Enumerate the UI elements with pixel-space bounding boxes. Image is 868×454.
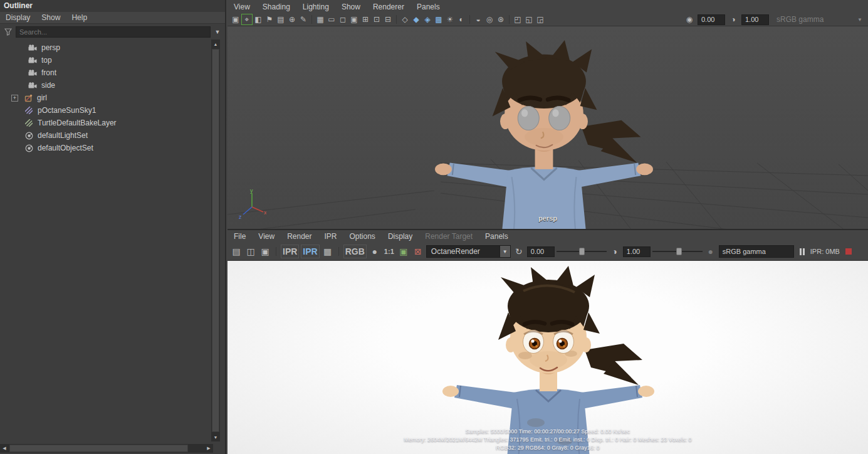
render-canvas[interactable]: Samples: 5000/5000 Time: 00:00:27/00:00:… — [227, 261, 868, 454]
grid-icon[interactable]: ▦ — [315, 14, 326, 25]
textured-icon[interactable]: ◈ — [422, 14, 433, 25]
outliner-item-persp[interactable]: persp — [0, 41, 211, 54]
menu-help[interactable]: Help — [66, 13, 93, 22]
image-plane-icon[interactable]: ▤ — [275, 14, 286, 25]
viewport-3d[interactable]: y x z persp — [227, 26, 868, 230]
ipr-memory-label: IPR: 0MB — [810, 248, 840, 255]
grease-pencil-icon[interactable]: ✎ — [298, 14, 309, 25]
pause-icon[interactable] — [796, 245, 808, 258]
ipr-refresh-icon[interactable]: IPR — [301, 245, 319, 258]
bookmark-icon[interactable]: ⚑ — [264, 14, 275, 25]
lights-icon[interactable]: ☀ — [444, 14, 456, 25]
outliner-horizontal-scrollbar[interactable]: ◀ ▶ — [0, 444, 213, 453]
render-icon[interactable]: ▤ — [230, 245, 243, 258]
menu-show[interactable]: Show — [335, 3, 367, 11]
multisample-icon[interactable]: ⊛ — [495, 14, 506, 25]
outliner-item-front[interactable]: front — [0, 66, 211, 79]
safe-title-icon[interactable]: ⊟ — [382, 14, 394, 25]
alpha-channel-icon[interactable]: ● — [369, 245, 381, 258]
menu-options[interactable]: Options — [343, 232, 382, 241]
scroll-right-icon[interactable]: ▶ — [204, 444, 213, 453]
render-exposure-field[interactable]: 0.00 — [527, 246, 555, 257]
zoom-ratio-button[interactable]: 1:1 — [383, 245, 395, 258]
exposure-icon[interactable]: ◉ — [684, 14, 695, 25]
resolution-gate-icon[interactable]: ◻ — [337, 14, 348, 25]
menu-display[interactable]: Display — [382, 232, 419, 241]
menu-display[interactable]: Display — [0, 13, 36, 22]
chevron-down-icon[interactable]: ▼ — [213, 29, 222, 35]
menu-panels[interactable]: Panels — [410, 3, 446, 11]
camera-lock-icon[interactable]: ⌖ — [241, 14, 253, 25]
shadows-icon[interactable]: ◐ — [456, 14, 467, 25]
menu-render[interactable]: Render — [281, 232, 318, 241]
isolate-select-icon[interactable]: ◰ — [512, 14, 523, 25]
camera-icon — [28, 70, 38, 76]
safe-action-icon[interactable]: ⊡ — [371, 14, 382, 25]
motion-blur-icon[interactable]: ◎ — [484, 14, 495, 25]
menu-show[interactable]: Show — [36, 13, 66, 22]
render-settings-icon[interactable]: ▦ — [322, 245, 334, 258]
exposure-slider[interactable] — [557, 246, 607, 256]
gamma-field[interactable]: 1.00 — [741, 14, 769, 25]
filter-icon[interactable] — [3, 27, 13, 37]
scrollbar-thumb[interactable] — [9, 445, 188, 452]
menu-renderer[interactable]: Renderer — [367, 3, 410, 11]
gamma-slider[interactable] — [652, 246, 703, 256]
scrollbar-thumb[interactable] — [212, 49, 219, 432]
pan-zoom-icon[interactable]: ⊕ — [286, 14, 298, 25]
stop-render-button[interactable] — [845, 248, 852, 255]
keep-image-icon[interactable]: ▣ — [397, 245, 410, 258]
menu-shading[interactable]: Shading — [256, 3, 296, 11]
select-camera-icon[interactable]: ▣ — [230, 14, 241, 25]
slider-handle[interactable] — [579, 248, 585, 255]
joint-xray-icon[interactable]: ◲ — [535, 14, 546, 25]
ipr-render-icon[interactable]: ◫ — [244, 245, 257, 258]
checker-icon[interactable]: ▩ — [433, 14, 444, 25]
octane-restart-icon[interactable]: ↻ — [513, 245, 525, 258]
menu-view[interactable]: View — [252, 232, 281, 241]
ao-icon[interactable]: ◒ — [473, 14, 484, 25]
ipr-tuning-icon[interactable]: IPR — [281, 245, 299, 258]
outliner-item-top[interactable]: top — [0, 54, 211, 66]
chevron-down-icon: ▼ — [500, 245, 511, 258]
color-space-field[interactable]: sRGB gamma — [719, 245, 794, 258]
view-transform-dropdown[interactable]: sRGB gamma ▼ — [771, 13, 865, 26]
shaded-icon[interactable]: ◆ — [410, 14, 422, 25]
film-gate-icon[interactable]: ▭ — [326, 14, 337, 25]
slider-handle[interactable] — [676, 248, 682, 255]
menu-lighting[interactable]: Lighting — [296, 3, 335, 11]
scroll-down-icon[interactable]: ▼ — [211, 433, 220, 441]
menu-view[interactable]: View — [227, 3, 256, 11]
contrast-icon[interactable]: ◑ — [609, 245, 621, 258]
viewport-toolbar: ▣ ⌖ ◧ ⚑ ▤ ⊕ ✎ ▦ ▭ ◻ ▣ ⊞ ⊡ ⊟ ◇ ◆ ◈ ▩ ☀ ◐ … — [227, 13, 868, 26]
separator — [311, 15, 312, 24]
renderer-dropdown[interactable]: OctaneRender ▼ — [426, 245, 511, 258]
menu-file[interactable]: File — [227, 232, 252, 241]
outliner-item-turtledefaultbakelayer[interactable]: TurtleDefaultBakeLayer — [0, 117, 211, 129]
outliner-vertical-scrollbar[interactable]: ▲ ▼ — [211, 40, 220, 441]
gate-mask-icon[interactable]: ▣ — [348, 14, 360, 25]
outliner-item-girl[interactable]: + girl — [0, 92, 211, 104]
menu-panels[interactable]: Panels — [479, 232, 515, 241]
outliner-item-defaultlightset[interactable]: defaultLightSet — [0, 129, 211, 142]
scroll-up-icon[interactable]: ▲ — [211, 40, 220, 48]
snapshot-icon[interactable]: ▣ — [259, 245, 271, 258]
outliner-item-poctanesunsky1[interactable]: pOctaneSunSky1 — [0, 104, 211, 117]
expand-toggle[interactable]: + — [11, 95, 18, 102]
outliner-item-defaultobjectset[interactable]: defaultObjectSet — [0, 142, 211, 154]
rgb-channels-button[interactable]: RGB — [343, 245, 367, 258]
search-input[interactable] — [16, 26, 211, 38]
remove-image-icon[interactable]: ⊠ — [412, 245, 424, 258]
gamma-icon[interactable]: ◑ — [728, 14, 739, 25]
wireframe-icon[interactable]: ◇ — [399, 14, 410, 25]
camera-attributes-icon[interactable]: ◧ — [253, 14, 264, 25]
field-chart-icon[interactable]: ⊞ — [360, 14, 371, 25]
outliner-item-side[interactable]: side — [0, 79, 211, 92]
menu-ipr[interactable]: IPR — [318, 232, 343, 241]
camera-name-label: persp — [227, 214, 868, 222]
outliner-title: Outliner — [0, 0, 225, 12]
xray-icon[interactable]: ◱ — [523, 14, 535, 25]
exposure-field[interactable]: 0.00 — [698, 14, 725, 25]
render-gamma-field[interactable]: 1.00 — [623, 246, 651, 257]
scroll-left-icon[interactable]: ◀ — [0, 444, 9, 453]
